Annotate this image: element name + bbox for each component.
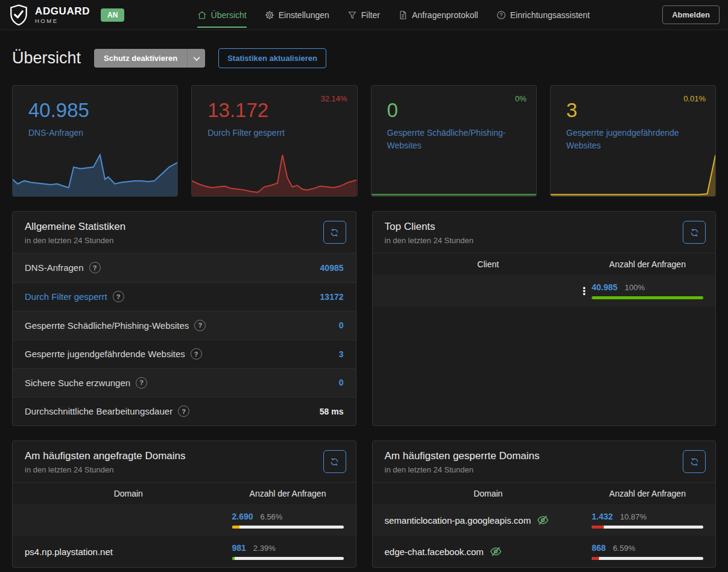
stat-card-jugendgefaehrdende-websites: 0.01% 3 Gesperrte jugendgefährdende Webs… <box>550 85 716 197</box>
shield-check-icon <box>8 4 29 27</box>
nav-item-einstellungen[interactable]: Einstellungen <box>265 0 329 30</box>
refresh-button[interactable] <box>683 221 706 244</box>
table-row: semanticlocation-pa.googleapis.com 1.432 <box>373 504 716 536</box>
help-icon[interactable]: ? <box>178 405 189 417</box>
request-count-link[interactable]: 981 <box>232 543 246 553</box>
help-circle-icon <box>496 10 506 20</box>
stat-row-value[interactable]: 40985 <box>320 263 344 273</box>
request-count-link[interactable]: 1.432 <box>592 512 613 521</box>
general-statistics-table: DNS-Anfragen ? 40985 Durch Filter gesper… <box>13 253 356 425</box>
request-count-link[interactable]: 40.985 <box>592 282 618 292</box>
help-icon[interactable]: ? <box>113 291 124 302</box>
kebab-menu-icon[interactable]: ⋮ <box>577 285 592 297</box>
stat-row-label-link[interactable]: Durch Filter gesperrt ? <box>25 291 124 302</box>
nav-label: Filter <box>361 10 380 20</box>
help-icon[interactable]: ? <box>191 348 202 360</box>
nav-item-anfragenprotokoll[interactable]: Anfragenprotokoll <box>398 0 478 30</box>
count-cell: 868 6.59% <box>592 543 703 560</box>
unblock-eye-slash-icon[interactable] <box>537 514 549 526</box>
panel-subtitle: in den letzten 24 Stunden <box>385 236 704 245</box>
stat-row-value[interactable]: 0 <box>339 378 344 387</box>
refresh-icon <box>330 228 339 237</box>
table-row: ps4.np.playstation.net 981 2.39% <box>13 536 356 567</box>
usage-bar <box>592 557 703 560</box>
refresh-button[interactable] <box>323 221 346 244</box>
table-header: Domain Anzahl der Anfragen <box>13 483 356 504</box>
stat-value: 40.985 <box>28 99 166 122</box>
stat-row-label: DNS-Anfragen ? <box>25 262 101 273</box>
stat-label-link[interactable]: DNS-Anfragen <box>28 127 166 139</box>
stat-row-value[interactable]: 13172 <box>320 292 344 302</box>
count-cell: 981 2.39% <box>232 543 344 560</box>
refresh-button[interactable] <box>323 450 346 473</box>
request-count-link[interactable]: 868 <box>592 543 606 553</box>
table-row: DNS-Anfragen ? 40985 <box>13 253 356 282</box>
disable-protection-split-button: Schutz deaktivieren <box>94 49 205 68</box>
logout-button[interactable]: Abmelden <box>662 5 720 24</box>
sparkline-chart <box>551 150 715 196</box>
table-row: ⋮ 40.985 100% <box>373 275 716 307</box>
panel-subtitle: in den letzten 24 Stunden <box>385 465 704 474</box>
nav-item-uebersicht[interactable]: Übersicht <box>197 0 247 30</box>
brand-sub: HOME <box>35 18 90 24</box>
nav-item-filter[interactable]: Filter <box>347 0 380 30</box>
main-nav: Übersicht Einstellungen Filter Anfragenp… <box>197 0 590 30</box>
home-icon <box>197 10 207 20</box>
request-count-link[interactable]: 2.690 <box>232 512 253 521</box>
table-header: Client Anzahl der Anfragen <box>373 253 716 275</box>
sparkline-chart <box>372 150 536 196</box>
nav-label: Anfragenprotokoll <box>412 10 478 20</box>
gear-icon <box>265 10 274 20</box>
refresh-button[interactable] <box>683 450 706 473</box>
stat-label-link[interactable]: Durch Filter gesperrt <box>207 127 346 139</box>
refresh-icon <box>690 457 699 466</box>
usage-bar <box>592 526 703 529</box>
stat-label-link[interactable]: Gesperrte jugendgefährdende Websites <box>566 127 704 152</box>
usage-bar <box>232 557 344 560</box>
sparkline-chart <box>13 150 177 196</box>
usage-bar <box>232 526 344 529</box>
disable-protection-button[interactable]: Schutz deaktivieren <box>94 49 187 68</box>
disable-protection-dropdown[interactable] <box>187 49 205 68</box>
panel-title: Top Clients <box>385 221 704 233</box>
top-queried-domains-table: Domain Anzahl der Anfragen 2.690 6.56% <box>13 482 356 567</box>
table-header: Domain Anzahl der Anfragen <box>373 483 716 504</box>
help-icon[interactable]: ? <box>89 262 101 273</box>
count-cell: 1.432 10.87% <box>592 512 703 529</box>
protection-status-badge: AN <box>101 8 124 22</box>
brand-name: ADGUARD <box>35 6 90 16</box>
table-row: 2.690 6.56% <box>13 504 356 536</box>
help-icon[interactable]: ? <box>194 320 206 331</box>
column-header-count: Anzahl der Anfragen <box>592 489 703 498</box>
column-header-domain: Domain <box>25 489 232 498</box>
stat-label-link[interactable]: Gesperrte Schädliche/Phishing-Websites <box>387 127 525 152</box>
usage-bar <box>592 296 703 299</box>
request-percent: 6.56% <box>261 512 283 521</box>
domain-cell: semanticlocation-pa.googleapis.com <box>385 514 592 526</box>
stat-row-value[interactable]: 3 <box>339 349 344 359</box>
domain-cell: ps4.np.playstation.net <box>25 547 232 557</box>
column-header-client: Client <box>385 259 592 269</box>
nav-item-einrichtungsassistent[interactable]: Einrichtungsassistent <box>496 0 590 30</box>
table-row: Gesperrte jugendgefährdende Websites ? 3 <box>13 340 356 369</box>
stat-value: 0 <box>387 99 525 122</box>
stat-card-dns-anfragen: 40.985 DNS-Anfragen <box>12 85 178 197</box>
table-row: Gesperrte Schädliche/Phishing-Websites ?… <box>13 311 356 340</box>
stat-row-label: Durchschnittliche Bearbeitungsdauer ? <box>25 405 189 417</box>
request-percent: 6.59% <box>613 544 635 553</box>
stat-row-value[interactable]: 0 <box>339 320 344 330</box>
request-percent: 10.87% <box>620 512 647 521</box>
refresh-icon <box>330 457 339 466</box>
stat-card-phishing-websites: 0% 0 Gesperrte Schädliche/Phishing-Websi… <box>371 85 537 197</box>
refresh-statistics-button[interactable]: Statistiken aktualisieren <box>218 48 326 68</box>
panel-title: Allgemeine Statistiken <box>25 221 344 233</box>
table-row: Durch Filter gesperrt ? 13172 <box>13 282 356 311</box>
nav-label: Einrichtungsassistent <box>510 10 590 20</box>
domain-cell: edge-chat.facebook.com <box>385 545 592 558</box>
chevron-down-icon <box>193 54 200 60</box>
unblock-eye-slash-icon[interactable] <box>490 545 502 558</box>
adguard-home-logo: ADGUARD HOME AN <box>8 4 124 27</box>
table-row: edge-chat.facebook.com 868 6.5 <box>373 536 716 567</box>
help-icon[interactable]: ? <box>136 377 147 389</box>
panel-title: Am häufigsten gesperrte Domains <box>385 450 704 462</box>
